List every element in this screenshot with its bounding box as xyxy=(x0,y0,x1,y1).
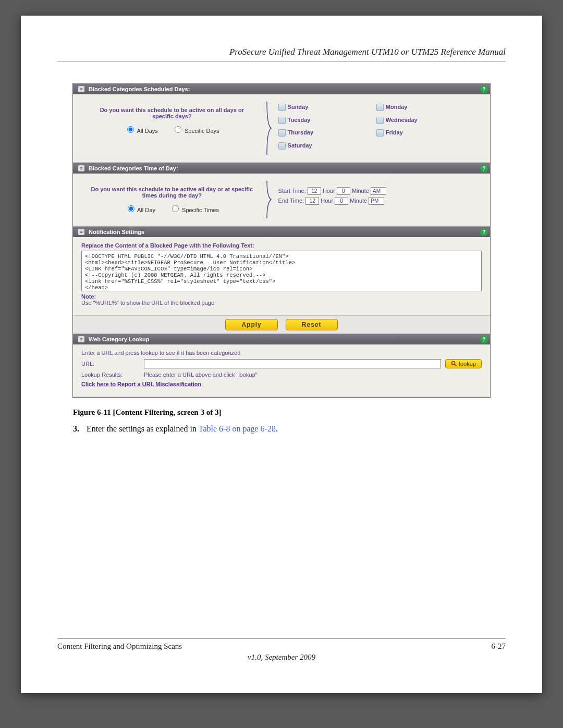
radio-all-days[interactable]: All Days xyxy=(125,128,158,134)
panel-title-text: Blocked Categories Time of Day: xyxy=(89,165,178,171)
button-row: Apply Reset xyxy=(73,316,490,334)
radio-specific-times[interactable]: Specific Times xyxy=(169,207,219,213)
radio-specific-days[interactable]: Specific Days xyxy=(172,128,219,134)
panel-title-time-of-day: ≡ Blocked Categories Time of Day: ? xyxy=(73,163,490,174)
collapse-icon[interactable]: ≡ xyxy=(78,229,84,235)
panel-title-notification: ≡ Notification Settings ? xyxy=(73,226,490,237)
checkbox-wednesday[interactable]: Wednesday xyxy=(376,117,474,128)
checkbox-tuesday[interactable]: Tuesday xyxy=(278,117,376,128)
step-text: Enter the settings as explained in Table… xyxy=(87,424,278,434)
block-page-textarea[interactable] xyxy=(81,251,482,291)
note-label: Note: xyxy=(81,293,482,300)
help-icon[interactable]: ? xyxy=(480,165,488,172)
panel-title-text: Web Category Lookup xyxy=(89,336,150,342)
panel-body-notification: Replace the Content of a Blocked Page wi… xyxy=(73,237,490,316)
panel-body-scheduled-days: Do you want this schedule to be active o… xyxy=(73,94,490,163)
end-minute-input[interactable]: 0 xyxy=(335,197,348,205)
footer-page-number: 6-27 xyxy=(492,642,506,651)
figure-caption: Figure 6-11 [Content Filtering, screen 3… xyxy=(73,408,506,417)
collapse-icon[interactable]: ≡ xyxy=(78,165,84,171)
brace-icon xyxy=(266,102,273,155)
checkbox-saturday[interactable]: Saturday xyxy=(278,142,376,153)
start-minute-input[interactable]: 0 xyxy=(337,187,350,195)
panel-title-scheduled-days: ≡ Blocked Categories Scheduled Days: ? xyxy=(73,83,490,94)
page-header: ProSecure Unified Threat Management UTM1… xyxy=(57,47,506,62)
start-ampm-select[interactable]: AM xyxy=(371,187,386,195)
panel-title-text: Notification Settings xyxy=(89,229,144,235)
step-number: 3. xyxy=(73,424,87,434)
brace-icon xyxy=(266,181,273,218)
notification-heading: Replace the Content of a Blocked Page wi… xyxy=(81,242,482,249)
time-inputs: Start Time: 12 Hour 0 Minute AM End Time… xyxy=(273,181,480,218)
help-icon[interactable]: ? xyxy=(480,228,488,236)
results-label: Lookup Results: xyxy=(81,372,144,378)
search-icon xyxy=(451,361,457,367)
svg-line-1 xyxy=(454,364,456,366)
help-icon[interactable]: ? xyxy=(480,336,488,343)
footer-version: v1.0, September 2009 xyxy=(57,653,506,662)
note-desc: Use "%URL%" to show the URL of the block… xyxy=(81,300,482,306)
checkbox-friday[interactable]: Friday xyxy=(376,129,474,140)
start-hour-input[interactable]: 12 xyxy=(308,187,321,195)
schedule-question-text: Do you want this schedule to be active o… xyxy=(89,107,255,119)
url-input[interactable] xyxy=(144,359,441,368)
start-time-label: Start Time: xyxy=(278,188,306,194)
checkbox-sunday[interactable]: Sunday xyxy=(278,104,376,115)
reset-button[interactable]: Reset xyxy=(286,319,338,330)
end-time-label: End Time: xyxy=(278,198,304,204)
page-footer: Content Filtering and Optimizing Scans 6… xyxy=(57,638,506,662)
checkbox-monday[interactable]: Monday xyxy=(376,104,474,115)
footer-section: Content Filtering and Optimizing Scans xyxy=(57,642,182,651)
collapse-icon[interactable]: ≡ xyxy=(78,336,84,342)
table-reference-link[interactable]: Table 6-8 on page 6-28 xyxy=(199,424,276,433)
step-3: 3. Enter the settings as explained in Ta… xyxy=(73,424,506,434)
url-label: URL: xyxy=(81,361,144,367)
app-screenshot: ≡ Blocked Categories Scheduled Days: ? D… xyxy=(72,83,491,398)
report-misclassification-link[interactable]: Click here to Report a URL Misclassifica… xyxy=(81,381,201,387)
help-icon[interactable]: ? xyxy=(480,85,488,93)
radio-all-day[interactable]: All Day xyxy=(125,207,155,213)
end-ampm-select[interactable]: PM xyxy=(369,197,384,205)
panel-title-lookup: ≡ Web Category Lookup ? xyxy=(73,334,490,344)
page: ProSecure Unified Threat Management UTM1… xyxy=(21,16,542,693)
panel-body-time-of-day: Do you want this schedule to be active a… xyxy=(73,174,490,226)
checkbox-thursday[interactable]: Thursday xyxy=(278,129,376,140)
panel-title-text: Blocked Categories Scheduled Days: xyxy=(89,86,190,92)
lookup-instruction: Enter a URL and press lookup to see if i… xyxy=(81,350,482,356)
schedule-question: Do you want this schedule to be active o… xyxy=(83,102,266,155)
day-checkboxes: Sunday Monday Tuesday Wednesday Thursday… xyxy=(273,102,480,155)
time-question: Do you want this schedule to be active a… xyxy=(83,181,266,218)
svg-point-0 xyxy=(451,362,455,365)
collapse-icon[interactable]: ≡ xyxy=(78,86,84,92)
results-value: Please enter a URL above and click "look… xyxy=(144,372,258,378)
time-question-text: Do you want this schedule to be active a… xyxy=(89,186,255,199)
apply-button[interactable]: Apply xyxy=(225,319,277,330)
end-hour-input[interactable]: 12 xyxy=(305,197,319,205)
lookup-button[interactable]: lookup xyxy=(445,359,482,368)
panel-body-lookup: Enter a URL and press lookup to see if i… xyxy=(73,344,490,397)
